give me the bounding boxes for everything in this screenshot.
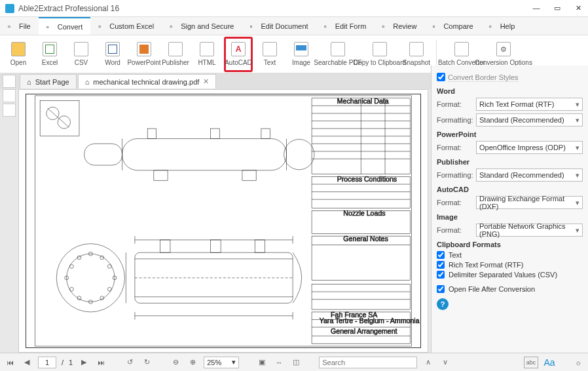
menu-sign-and-secure[interactable]: ▫Sign and Secure [162,17,242,35]
menu-review[interactable]: ▫Review [374,17,424,35]
menu-custom-excel[interactable]: ▫Custom Excel [90,17,162,35]
ribbon-text-button[interactable]: Text [255,37,284,72]
chevron-down-icon: ▾ [576,144,579,152]
svg-point-48 [67,254,115,302]
zoom-select[interactable]: 25%▾ [204,357,239,368]
menu-icon: ▫ [46,23,54,31]
rotate-right-button[interactable]: ↻ [141,357,153,368]
page-input[interactable] [38,357,56,368]
word-section-title: Word [437,87,583,95]
svg-rect-46 [242,170,256,180]
svg-rect-23 [312,284,411,310]
window-controls: — ▭ ✕ [532,4,583,12]
open-after-checkbox[interactable] [437,285,445,293]
ribbon-snapshot-button[interactable]: Snapshot [402,37,431,72]
clip-csv-checkbox[interactable] [437,271,445,279]
minimize-button[interactable]: — [532,4,541,12]
svg-text:Yara Tertre - Belgium - Ammoni: Yara Tertre - Belgium - Ammonia Plant [320,317,420,324]
svg-rect-45 [154,170,168,180]
chevron-down-icon: ▾ [576,199,579,207]
fit-width-button[interactable]: ↔ [273,357,285,368]
ribbon-csv-button[interactable]: CSV [67,37,96,72]
ribbon-searchable-pdf-button[interactable]: Searchable PDF [318,37,358,72]
menu-file[interactable]: ▫File [0,17,39,35]
word-formatting-select[interactable]: Standard (Recommended)▾ [476,113,583,127]
ribbon-open-button[interactable]: Open [4,37,33,72]
view-toggle [3,75,16,117]
menu-edit-document[interactable]: ▫Edit Document [242,17,316,35]
menu-icon: ▫ [170,22,177,30]
zoom-in-button[interactable]: ⊕ [187,357,198,368]
cad-format-select[interactable]: Drawing Exchange Format (DXF)▾ [476,196,583,209]
first-page-button[interactable]: ⏮ [4,357,16,368]
chevron-down-icon: ▾ [232,358,236,366]
word-formatting-label: Formatting: [437,116,472,124]
titlebar: Able2Extract Professional 16 — ▭ ✕ [0,0,588,17]
csv-icon [74,42,88,56]
theme-toggle-button[interactable]: ☼ [572,357,584,368]
ribbon-word-button[interactable]: Word [98,37,127,72]
batch-icon [454,42,469,56]
svg-point-55 [70,287,74,291]
tab-mechanical-technical-drawing-pdf[interactable]: ⌂mechanical technical drawing.pdf✕ [78,74,217,88]
img-format-select[interactable]: Portable Network Graphics (PNG)▾ [476,224,583,237]
menu-icon: ▫ [489,22,497,30]
prev-page-button[interactable]: ◀ [21,357,33,368]
ppt-icon [137,42,151,56]
next-page-button[interactable]: ▶ [78,357,90,368]
attachments-view-button[interactable] [3,104,16,117]
ribbon-autocad-button[interactable]: AutoCAD [224,37,253,72]
menu-convert[interactable]: ▫Convert [39,17,91,35]
thumbnails-view-button[interactable] [3,75,16,88]
svg-text:General Notes: General Notes [343,235,388,243]
svg-point-41 [284,140,314,170]
pdf-page[interactable]: Mechanical Data Process Conditions Nozzl… [26,94,421,348]
fit-page-button[interactable]: ▣ [256,357,268,368]
last-page-button[interactable]: ⏭ [95,357,107,368]
svg-line-36 [48,108,69,127]
marquee-zoom-button[interactable]: ◫ [290,357,302,368]
tab-start-page[interactable]: ⌂Start Page [20,74,77,88]
opts-icon [496,42,511,56]
zoom-out-button[interactable]: ⊖ [170,357,181,368]
svg-point-56 [107,287,111,291]
menu-compare[interactable]: ▫Compare [424,17,481,35]
menu-edit-form[interactable]: ▫Edit Form [316,17,375,35]
excel-icon [43,42,57,56]
text-tool-button[interactable]: Aa [543,357,555,368]
search-next-button[interactable]: ∨ [439,357,451,368]
ribbon-publisher-button[interactable]: Publisher [161,37,190,72]
chevron-down-icon: ▾ [576,116,579,125]
rotate-left-button[interactable]: ↺ [124,357,136,368]
search-prev-button[interactable]: ∧ [422,357,434,368]
menu-help[interactable]: ▫Help [481,17,523,35]
word-format-label: Format: [437,100,472,108]
pub-formatting-select[interactable]: Standard (Recommended)▾ [476,168,583,182]
menu-icon: ▫ [98,22,106,30]
spdf-icon [331,42,345,56]
svg-point-52 [107,265,111,269]
ribbon-html-button[interactable]: HTML [193,37,221,72]
svg-rect-43 [211,128,220,138]
ribbon-copy-to-clipboard-button[interactable]: Copy to Clipboard [360,37,399,72]
close-button[interactable]: ✕ [574,4,583,12]
clip-rtf-checkbox[interactable] [437,261,445,269]
bookmarks-view-button[interactable] [3,89,16,102]
ribbon-powerpoint-button[interactable]: PowerPoint [130,37,158,72]
maximize-button[interactable]: ▭ [553,4,562,12]
pub-section-title: Publisher [437,158,583,166]
search-input[interactable] [319,357,417,368]
ribbon-excel-button[interactable]: Excel [35,37,64,72]
menu-icon: ▫ [249,22,257,30]
clip-text-checkbox[interactable] [437,251,445,259]
svg-text:Mechanical Data: Mechanical Data [337,97,389,105]
clip-text-label: Text [449,251,462,259]
ppt-format-select[interactable]: OpenOffice Impress (ODP)▾ [476,141,583,154]
word-format-select[interactable]: Rich Text Format (RTF)▾ [476,98,583,111]
match-case-button[interactable]: abc [524,357,538,368]
close-icon[interactable]: ✕ [203,77,209,86]
ribbon-image-button[interactable]: Image [287,37,316,72]
word-icon [105,42,120,56]
convert-border-styles-checkbox[interactable] [437,73,445,81]
help-icon[interactable]: ? [437,298,449,310]
